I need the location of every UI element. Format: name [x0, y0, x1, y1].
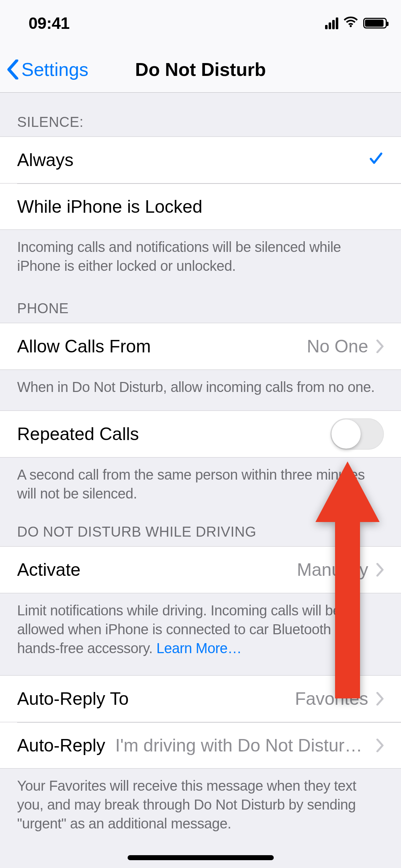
nav-bar: Settings Do Not Disturb — [0, 46, 401, 93]
cell-label: Always — [17, 150, 73, 170]
repeated-calls-group: Repeated Calls — [0, 410, 401, 458]
section-header-driving: DO NOT DISTURB WHILE DRIVING — [0, 507, 401, 546]
wifi-icon — [343, 15, 358, 31]
section-footer-allow-calls: When in Do Not Disturb, allow incoming c… — [0, 370, 401, 400]
section-footer-auto-reply: Your Favorites will receive this message… — [0, 769, 401, 836]
battery-icon — [363, 18, 387, 29]
cell-value: Manually — [297, 559, 368, 580]
status-bar: 09:41 — [0, 0, 401, 46]
checkmark-icon — [368, 150, 384, 170]
chevron-right-icon — [376, 563, 384, 577]
silence-option-while-locked[interactable]: While iPhone is Locked — [0, 183, 401, 229]
page-title: Do Not Disturb — [135, 59, 266, 80]
learn-more-link[interactable]: Learn More… — [156, 640, 242, 656]
chevron-left-icon — [6, 60, 19, 79]
section-header-phone: PHONE — [0, 279, 401, 323]
chevron-right-icon — [376, 692, 384, 706]
auto-reply-group: Auto-Reply To Favorites Auto-Reply I'm d… — [0, 675, 401, 769]
driving-activate-group: Activate Manually — [0, 546, 401, 593]
chevron-right-icon — [376, 739, 384, 752]
cell-label: Auto-Reply To — [17, 688, 129, 709]
chevron-right-icon — [376, 340, 384, 353]
status-icons — [325, 15, 387, 31]
allow-calls-group: Allow Calls From No One — [0, 323, 401, 370]
cell-value: I'm driving with Do Not Disturb Whil… — [115, 735, 368, 756]
content: SILENCE: Always While iPhone is Locked I… — [0, 93, 401, 837]
auto-reply-to-row[interactable]: Auto-Reply To Favorites — [0, 676, 401, 722]
cell-value: No One — [307, 336, 368, 357]
allow-calls-from-row[interactable]: Allow Calls From No One — [0, 323, 401, 370]
section-footer-silence: Incoming calls and notifications will be… — [0, 230, 401, 279]
back-label: Settings — [21, 59, 88, 80]
activate-row[interactable]: Activate Manually — [0, 547, 401, 593]
home-indicator — [128, 855, 274, 860]
cell-label: Allow Calls From — [17, 336, 151, 357]
section-header-silence: SILENCE: — [0, 93, 401, 136]
silence-group: Always While iPhone is Locked — [0, 136, 401, 230]
repeated-calls-toggle[interactable] — [330, 418, 384, 450]
cell-label: Auto-Reply — [17, 735, 105, 756]
cell-label: Activate — [17, 559, 81, 580]
silence-option-always[interactable]: Always — [0, 137, 401, 183]
cell-value: Favorites — [295, 688, 368, 709]
repeated-calls-row[interactable]: Repeated Calls — [0, 411, 401, 457]
section-footer-activate: Limit notifications while driving. Incom… — [0, 593, 401, 661]
status-time: 09:41 — [29, 14, 70, 33]
auto-reply-row[interactable]: Auto-Reply I'm driving with Do Not Distu… — [0, 722, 401, 768]
cell-label: While iPhone is Locked — [17, 196, 202, 217]
back-button[interactable]: Settings — [0, 59, 88, 80]
cellular-icon — [325, 17, 338, 29]
cell-label: Repeated Calls — [17, 424, 139, 444]
section-footer-repeated-calls: A second call from the same person withi… — [0, 458, 401, 507]
